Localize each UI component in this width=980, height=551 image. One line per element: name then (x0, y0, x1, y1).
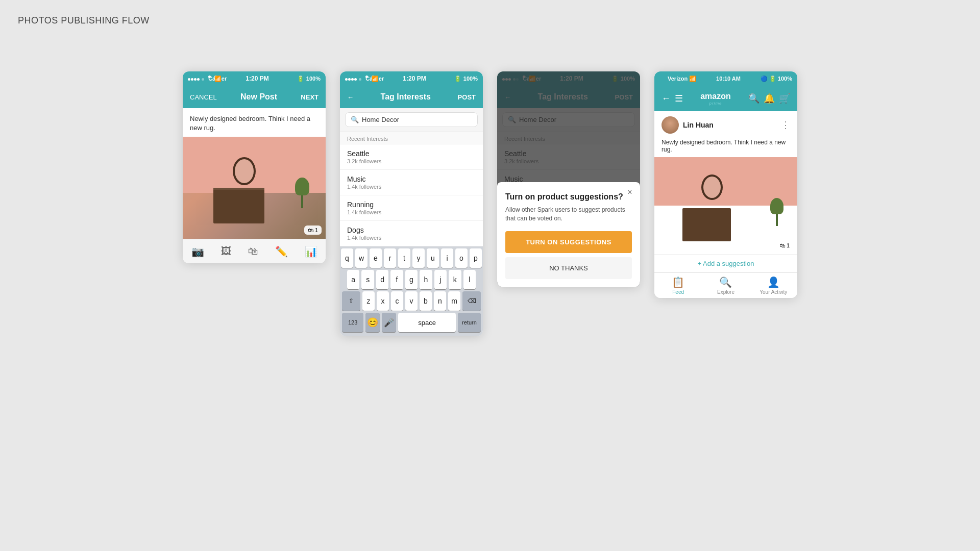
screen1-battery: 🔋 100% (297, 76, 321, 82)
key-u[interactable]: u (427, 248, 439, 268)
screen1-phone: Carrier 📶 1:20 PM 🔋 100% CANCEL New Post… (183, 71, 326, 263)
key-o[interactable]: o (455, 248, 468, 268)
add-suggestion-link[interactable]: + Add a suggestion (654, 254, 797, 272)
screen2-battery: 🔋 100% (454, 76, 478, 82)
bottom-toolbar: 📷 🖼 🛍 ✏️ 📊 (183, 239, 326, 263)
key-e[interactable]: e (370, 248, 382, 268)
amz-product-badge[interactable]: 🛍 1 (776, 241, 793, 250)
key-m[interactable]: m (448, 291, 460, 311)
interest-item-seattle[interactable]: Seattle 3.2k followers (340, 144, 483, 170)
keyboard-row-2: a s d f g h j k l (340, 268, 483, 289)
key-p[interactable]: p (470, 248, 482, 268)
menu-icon[interactable]: ☰ (675, 93, 683, 104)
recent-interests-label: Recent Interests (340, 132, 483, 144)
nav-activity[interactable]: 👤 Your Activity (750, 273, 797, 298)
screen2-navbar: ← Tag Interests POST (340, 86, 483, 108)
cancel-button[interactable]: CANCEL (190, 93, 217, 101)
key-s[interactable]: s (361, 270, 374, 289)
more-options-icon[interactable]: ⋮ (781, 119, 790, 131)
no-thanks-button[interactable]: NO THANKS (505, 257, 632, 279)
key-r[interactable]: r (384, 248, 396, 268)
key-j[interactable]: j (434, 270, 447, 289)
screen4-post-image: 🛍 1 (654, 157, 797, 254)
key-t[interactable]: t (398, 248, 410, 268)
return-key[interactable]: return (458, 313, 481, 332)
screen2-carrier: Carrier 📶 (345, 76, 375, 82)
key-i[interactable]: i (441, 248, 453, 268)
key-z[interactable]: z (362, 291, 375, 311)
key-123[interactable]: 123 (342, 313, 363, 332)
keyboard-row-1: q w e r t y u i o p (340, 246, 483, 268)
plant-decoration (295, 178, 310, 208)
interest-item-music[interactable]: Music 1.4k followers (340, 170, 483, 195)
key-h[interactable]: h (420, 270, 432, 289)
screen1-nav-title: New Post (240, 92, 277, 102)
screen1-carrier: Carrier 📶 (188, 76, 217, 82)
avatar-face (662, 116, 679, 134)
screen4-post-caption: Newly designed bedroom. Think I need a n… (654, 139, 797, 157)
tag-icon[interactable]: ✏️ (275, 245, 288, 258)
key-a[interactable]: a (347, 270, 359, 289)
key-q[interactable]: q (341, 248, 353, 268)
screen4-status-bar: Verizon 📶 10:10 AM 🔵 🔋 100% (654, 71, 797, 86)
key-k[interactable]: k (449, 270, 461, 289)
shift-key[interactable]: ⇧ (342, 291, 360, 311)
next-button[interactable]: NEXT (301, 93, 318, 101)
interest-item-running[interactable]: Running 1.4k followers (340, 195, 483, 221)
emoji-key[interactable]: 😊 (365, 313, 380, 332)
modal-description: Allow other Spark users to suggest produ… (505, 206, 632, 223)
backspace-key[interactable]: ⌫ (462, 291, 481, 311)
key-g[interactable]: g (405, 270, 418, 289)
key-f[interactable]: f (390, 270, 403, 289)
notification-icon[interactable]: 🔔 (764, 93, 775, 104)
space-key[interactable]: space (398, 313, 456, 332)
back-icon[interactable]: ← (662, 93, 671, 104)
prime-badge: prime (709, 101, 722, 106)
key-w[interactable]: w (355, 248, 368, 268)
shopping-icon[interactable]: 🛍 (248, 245, 258, 257)
modal-close-button[interactable]: × (624, 186, 636, 198)
screen2-phone: Carrier 📶 1:20 PM 🔋 100% ← Tag Interests… (340, 71, 483, 336)
nav-feed[interactable]: 📋 Feed (654, 273, 702, 298)
turn-on-suggestions-button[interactable]: TURN ON SUGGESTIONS (505, 231, 632, 253)
gallery-icon[interactable]: 🖼 (221, 245, 231, 257)
mirror-decoration (233, 157, 256, 185)
interest-item-dogs[interactable]: Dogs 1.4k followers (340, 221, 483, 246)
post-image: 🛍 1 (183, 137, 326, 239)
amz-plant (770, 198, 785, 226)
search-bar[interactable]: 🔍 Home Decor (345, 112, 478, 127)
search-icon[interactable]: 🔍 (748, 93, 760, 104)
amazon-logo: amazon prime (700, 92, 731, 106)
key-n[interactable]: n (434, 291, 446, 311)
key-c[interactable]: c (391, 291, 403, 311)
key-y[interactable]: y (412, 248, 425, 268)
author-username: Lin Huan (683, 121, 714, 129)
post-button[interactable]: POST (458, 93, 476, 101)
screen3-phone: Carrier 📶 1:20 PM 🔋100% ← Tag Interests … (497, 71, 640, 287)
search-input[interactable]: Home Decor (362, 116, 399, 123)
screen1-time: 1:20 PM (246, 75, 268, 82)
nav-explore[interactable]: 🔍 Explore (702, 273, 749, 298)
screens-container: Carrier 📶 1:20 PM 🔋 100% CANCEL New Post… (183, 71, 797, 336)
back-button[interactable]: ← (347, 93, 354, 101)
image-product-badge[interactable]: 🛍 1 (304, 226, 322, 235)
camera-icon[interactable]: 📷 (191, 245, 204, 258)
post-author-info: Lin Huan (662, 116, 714, 134)
mic-key[interactable]: 🎤 (382, 313, 396, 332)
search-container: 🔍 Home Decor (340, 108, 483, 132)
author-avatar (662, 116, 679, 134)
bottom-nav: 📋 Feed 🔍 Explore 👤 Your Activity (654, 272, 797, 298)
key-v[interactable]: v (405, 291, 418, 311)
keyboard-row-4: 123 😊 🎤 space return (340, 311, 483, 336)
cart-icon[interactable]: 🛒 (779, 93, 790, 104)
key-d[interactable]: d (376, 270, 388, 289)
chart-icon[interactable]: 📊 (305, 245, 317, 258)
explore-icon: 🔍 (719, 276, 732, 288)
screen1-navbar: CANCEL New Post NEXT (183, 86, 326, 108)
screen4-time: 10:10 AM (716, 76, 741, 82)
amz-bag-icon: 🛍 (779, 242, 785, 248)
bag-icon: 🛍 (308, 227, 313, 233)
key-x[interactable]: x (377, 291, 389, 311)
key-l[interactable]: l (463, 270, 476, 289)
key-b[interactable]: b (420, 291, 432, 311)
